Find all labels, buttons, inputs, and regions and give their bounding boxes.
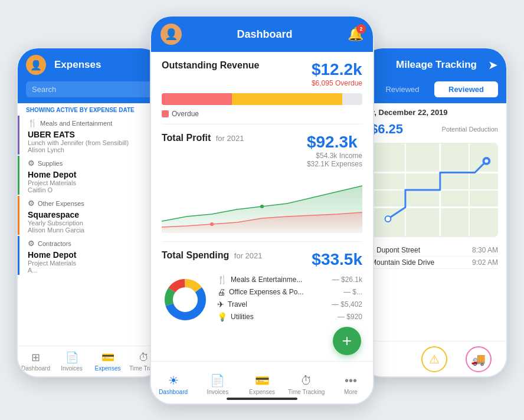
office-spending-icon: 🖨 bbox=[217, 287, 225, 297]
group-header-meals: 🍴 Meals and Entertainment bbox=[19, 116, 162, 129]
deduction-label: Potential Deduction bbox=[442, 126, 498, 133]
mileage-header: Mileage Tracking ➤ bbox=[362, 48, 506, 81]
expenses-header: 👤 Expenses bbox=[18, 48, 162, 81]
dashboard-title: Dashboard bbox=[237, 28, 292, 41]
spending-section: Total Spending for 2021 $33.5k bbox=[162, 242, 362, 330]
profit-chart bbox=[162, 174, 362, 233]
dash-nav-more[interactable]: ••• More bbox=[329, 362, 373, 403]
profit-income: $54.3k Income bbox=[307, 152, 362, 160]
trip-item-2[interactable]: Mountain Side Drive 9:02 AM bbox=[371, 257, 498, 269]
notification-badge: 2 bbox=[356, 24, 366, 34]
route-end-inner bbox=[484, 159, 488, 163]
expense-item-homedepot1[interactable]: Home Depot Project Materials Caitlin O bbox=[19, 169, 162, 195]
expense-group-other: ⚙ Other Expenses Squarespace Yearly Subs… bbox=[18, 196, 162, 235]
invoices-icon: 📄 bbox=[66, 351, 78, 364]
expense-item-ubereats[interactable]: UBER EATS Lunch with Jennifer (from Sens… bbox=[19, 129, 162, 155]
search-bar-area bbox=[18, 81, 162, 103]
expenses-phone: 👤 Expenses SHOWING ACTIVE BY EXPENSE DAT… bbox=[17, 47, 163, 378]
avatar: 👤 bbox=[26, 55, 46, 75]
dashboard-icon: ⊞ bbox=[31, 351, 40, 364]
spending-year: for 2021 bbox=[234, 251, 263, 260]
group-header-other: ⚙ Other Expenses bbox=[19, 196, 162, 209]
expense-item-squarespace[interactable]: Squarespace Yearly Subscription Alison M… bbox=[19, 209, 162, 235]
send-icon[interactable]: ➤ bbox=[488, 58, 498, 72]
timetrack-icon: ⏱ bbox=[139, 352, 149, 364]
profit-expenses: $32.1K Expenses bbox=[307, 160, 362, 168]
dash-timetracking-icon: ⏱ bbox=[300, 374, 312, 388]
expenses-dot bbox=[210, 222, 214, 226]
dashboard-phone: 👤 Dashboard 🔔 2 Outstanding Revenue $12.… bbox=[150, 15, 374, 405]
revenue-title: Outstanding Revenue bbox=[162, 60, 259, 71]
expenses-title: Expenses bbox=[46, 48, 133, 81]
tab-reviewed[interactable]: Reviewed bbox=[434, 81, 498, 97]
tab-not-reviewed[interactable]: Reviewed bbox=[371, 81, 434, 97]
nav-dashboard[interactable]: ⊞ Dashboard bbox=[18, 346, 54, 376]
dash-invoices-icon: 📄 bbox=[210, 373, 225, 388]
revenue-bar-empty bbox=[342, 93, 362, 105]
revenue-bar-overdue bbox=[162, 93, 232, 105]
spending-title: Total Spending bbox=[162, 250, 229, 260]
spending-meals: 🍴 Meals & Entertainme... — $26.1k bbox=[217, 275, 362, 284]
spending-header: Total Spending for 2021 $33.5k bbox=[162, 250, 362, 269]
trip-item-1[interactable]: 5 Dupont Street 8:30 AM bbox=[371, 244, 498, 257]
mileage-bottom-actions: ⚠ 🚚 bbox=[362, 341, 506, 376]
mileage-phone: Mileage Tracking ➤ Reviewed Reviewed y, … bbox=[361, 47, 507, 378]
notification-bell[interactable]: 🔔 2 bbox=[348, 27, 363, 42]
dashboard-avatar: 👤 bbox=[161, 24, 182, 45]
revenue-overdue: $6,095 Overdue bbox=[312, 79, 362, 87]
dash-more-icon: ••• bbox=[345, 374, 357, 388]
revenue-value: $12.2k bbox=[312, 60, 362, 79]
income-dot bbox=[260, 205, 264, 208]
showing-label: SHOWING ACTIVE BY EXPENSE DATE bbox=[18, 103, 162, 116]
revenue-section: Outstanding Revenue $12.2k $6,095 Overdu… bbox=[162, 52, 362, 124]
profit-title-wrap: Total Profit for 2021 bbox=[162, 133, 244, 143]
search-input[interactable] bbox=[26, 81, 153, 97]
revenue-bar bbox=[162, 93, 362, 105]
profit-chart-svg bbox=[162, 174, 362, 233]
deduction-row: $6.25 Potential Deduction bbox=[362, 119, 506, 139]
map-svg bbox=[371, 143, 498, 237]
spending-office: 🖨 Office Expenses & Po... — $... bbox=[217, 287, 362, 297]
revenue-right: $12.2k $6,095 Overdue bbox=[312, 60, 362, 87]
travel-spending-icon: ✈ bbox=[217, 300, 224, 309]
donut-svg bbox=[162, 276, 209, 323]
nav-invoices[interactable]: 📄 Invoices bbox=[54, 346, 90, 376]
expense-group-supplies: ⚙ Supplies Home Depot Project Materials … bbox=[18, 156, 162, 195]
profit-right: $92.3k $54.3k Income $32.1K Expenses bbox=[307, 133, 362, 168]
spending-details: 🍴 Meals & Entertainme... — $26.1k 🖨 Offi… bbox=[162, 275, 362, 324]
expense-group-contractors: ⚙ Contractors Home Depot Project Materia… bbox=[18, 236, 162, 275]
mileage-title: Mileage Tracking bbox=[385, 59, 488, 71]
legend-dot-overdue bbox=[162, 110, 169, 117]
dash-nav-dashboard[interactable]: ☀ Dashboard bbox=[151, 362, 195, 403]
group-header-contractors: ⚙ Contractors bbox=[19, 236, 162, 249]
trip-list: 5 Dupont Street 8:30 AM Mountain Side Dr… bbox=[362, 241, 506, 269]
contractors-icon: ⚙ bbox=[28, 239, 35, 248]
revenue-legend: Overdue bbox=[162, 110, 362, 118]
nav-expenses[interactable]: 💳 Expenses bbox=[90, 346, 126, 376]
add-fab[interactable]: + bbox=[333, 327, 361, 355]
dashboard-header: 👤 Dashboard 🔔 2 bbox=[151, 17, 373, 52]
spending-value: $33.5k bbox=[312, 250, 362, 269]
meals-spending-icon: 🍴 bbox=[217, 275, 227, 284]
other-icon: ⚙ bbox=[28, 199, 35, 208]
dash-expenses-icon: 💳 bbox=[255, 373, 270, 388]
profit-header: Total Profit for 2021 $92.3k $54.3k Inco… bbox=[162, 133, 362, 168]
group-header-supplies: ⚙ Supplies bbox=[19, 156, 162, 169]
mileage-tabs: Reviewed Reviewed bbox=[362, 81, 506, 103]
warning-button[interactable]: ⚠ bbox=[421, 346, 447, 372]
spending-travel: ✈ Travel — $5,402 bbox=[217, 300, 362, 309]
route-start bbox=[385, 216, 391, 222]
spending-utilities: 💡 Utilities — $920 bbox=[217, 312, 362, 321]
expenses-nav-icon: 💳 bbox=[101, 351, 114, 364]
profit-year: for 2021 bbox=[216, 134, 244, 143]
dash-dashboard-icon: ☀ bbox=[168, 373, 179, 388]
expenses-bottom-nav: ⊞ Dashboard 📄 Invoices 💳 Expenses ⏱ Time… bbox=[18, 346, 162, 376]
mileage-date: y, December 22, 2019 bbox=[362, 103, 506, 119]
spending-donut bbox=[162, 276, 209, 323]
expense-item-homedepot2[interactable]: Home Depot Project Materials A... bbox=[19, 249, 162, 275]
expense-group-meals: 🍴 Meals and Entertainment UBER EATS Lunc… bbox=[18, 116, 162, 155]
utilities-spending-icon: 💡 bbox=[217, 312, 227, 321]
delivery-button[interactable]: 🚚 bbox=[466, 346, 492, 372]
spending-categories: 🍴 Meals & Entertainme... — $26.1k 🖨 Offi… bbox=[217, 275, 362, 324]
revenue-header: Outstanding Revenue $12.2k $6,095 Overdu… bbox=[162, 60, 362, 87]
